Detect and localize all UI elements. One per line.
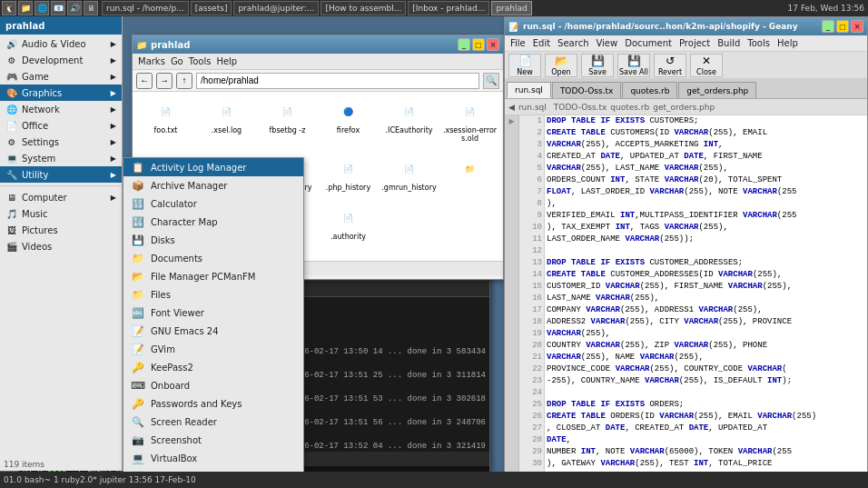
geany-menu-edit[interactable]: Edit xyxy=(533,38,550,48)
fold-marker: ▶ xyxy=(508,115,514,127)
menu-item-office[interactable]: 📄 Office ▶ xyxy=(0,117,122,134)
menu-item-game[interactable]: 🎮 Game ▶ xyxy=(0,68,122,85)
menu-item-settings[interactable]: ⚙ Settings ▶ xyxy=(0,134,122,150)
menu-item-development[interactable]: ⚙ Development ▶ xyxy=(0,52,122,68)
ctx-activity-log[interactable]: 📋 Activity Log Manager xyxy=(123,158,303,176)
geany-tab-nav-1[interactable]: TODO-Oss.tx xyxy=(554,103,607,112)
task-prahlad-terminal[interactable]: prahlad@jupiter:... xyxy=(233,1,319,15)
geany-menu-view[interactable]: View xyxy=(596,38,617,48)
menu-item-utility[interactable]: 🔧 Utility ▶ xyxy=(0,166,122,183)
geany-tab-nav-2[interactable]: quotes.rb xyxy=(610,103,649,112)
ctx-files[interactable]: 📁 Files xyxy=(123,285,303,304)
videos-icon: 🎬 xyxy=(5,240,18,253)
geany-menu-project[interactable]: Project xyxy=(679,38,710,48)
ctx-virtualbox[interactable]: 💻 VirtualBox xyxy=(123,449,303,467)
tb-icon-2[interactable]: 🌐 xyxy=(35,1,49,15)
fm-menu-go[interactable]: Go xyxy=(171,56,183,66)
fm-file-item[interactable]: 📄.php_history xyxy=(319,153,378,200)
fm-search-btn[interactable]: 🔍 xyxy=(483,73,499,89)
ctx-gvim[interactable]: 📝 GVim xyxy=(123,340,303,358)
geany-menu-document[interactable]: Document xyxy=(625,38,672,48)
fm-file-item[interactable]: 📄.authority xyxy=(319,202,378,257)
geany-tab-3[interactable]: get_orders.php xyxy=(678,82,756,98)
fm-menu-marks[interactable]: Marks xyxy=(138,56,165,66)
start-menu-btn[interactable]: 🐧 xyxy=(2,1,16,15)
ctx-onboard[interactable]: ⌨ Onboard xyxy=(123,376,303,394)
geany-tab-0[interactable]: run.sql xyxy=(507,82,551,98)
task-inbox[interactable]: [Inbox - prahlad... xyxy=(408,1,489,15)
file-icon: 📄 xyxy=(336,205,361,231)
menu-item-pictures[interactable]: 🖼 Pictures xyxy=(0,222,122,238)
menu-item-videos[interactable]: 🎬 Videos xyxy=(0,238,122,254)
geany-saveall-btn[interactable]: 💾Save All xyxy=(617,54,650,77)
geany-line-numbers: 1234567891011121314151617181920212223242… xyxy=(519,115,545,483)
fm-file-item[interactable]: 📄.gmrun_history xyxy=(380,153,439,200)
geany-revert-btn[interactable]: ↺Revert xyxy=(654,54,686,77)
fm-file-item[interactable]: 📁 xyxy=(440,153,499,200)
geany-tab-nav-3[interactable]: get_orders.php xyxy=(653,103,715,112)
geany-code-editor[interactable]: DROP TABLE IF EXISTS CUSTOMERS;CREATE TA… xyxy=(545,115,867,483)
archive-icon: 📦 xyxy=(131,178,145,193)
geany-save-btn[interactable]: 💾Save xyxy=(581,54,614,77)
tb-icon-4[interactable]: 🔊 xyxy=(67,1,82,15)
geany-nav-prev[interactable]: ◀ xyxy=(508,103,515,112)
geany-tab-1[interactable]: TODO-Oss.tx xyxy=(552,82,622,98)
fm-forward-btn[interactable]: → xyxy=(156,73,173,89)
ctx-documents[interactable]: 📁 Documents xyxy=(123,249,303,267)
fm-file-item[interactable]: 📄.xsel.log xyxy=(197,95,256,151)
tb-icon-5[interactable]: 🖥 xyxy=(84,1,98,15)
fm-menu-help[interactable]: Help xyxy=(216,56,237,66)
fm-address-input[interactable] xyxy=(196,73,479,89)
fm-maximize-btn[interactable]: □ xyxy=(472,38,485,51)
menu-item-system[interactable]: 💻 System ▶ xyxy=(0,150,122,166)
geany-close-btn[interactable]: × xyxy=(851,20,863,33)
fm-file-item[interactable]: 🔵firefox xyxy=(319,95,378,151)
fm-minimize-btn[interactable]: _ xyxy=(458,38,470,51)
geany-open-btn[interactable]: 📂Open xyxy=(545,54,577,77)
ctx-character-map[interactable]: 🔣 Character Map xyxy=(123,213,303,231)
geany-close-btn2[interactable]: ✕Close xyxy=(690,54,723,77)
graphics-icon: 🎨 xyxy=(5,86,18,99)
tb-icon-1[interactable]: 📁 xyxy=(18,1,33,15)
task-assets[interactable]: [assets] xyxy=(191,1,232,15)
geany-menu-file[interactable]: File xyxy=(510,38,526,48)
fm-file-item[interactable]: 📄foo.txt xyxy=(136,95,195,151)
ctx-screenshot[interactable]: 📷 Screenshot xyxy=(123,431,303,449)
geany-menu-build[interactable]: Build xyxy=(717,38,740,48)
fm-file-item[interactable]: 📄.xsession-errors.old xyxy=(440,95,499,151)
fm-back-btn[interactable]: ← xyxy=(136,73,153,89)
ctx-fontviewer[interactable]: 🔤 Font Viewer xyxy=(123,304,303,322)
ctx-screenreader[interactable]: 🔍 Screen Reader xyxy=(123,413,303,431)
geany-minimize-btn[interactable]: _ xyxy=(822,20,834,33)
ctx-disks[interactable]: 💾 Disks xyxy=(123,231,303,249)
geany-menu-search[interactable]: Search xyxy=(557,38,588,48)
fm-file-item[interactable]: 📄fbsetbg -z xyxy=(258,95,317,151)
menu-item-music[interactable]: 🎵 Music xyxy=(0,205,122,222)
task-howto[interactable]: [How to assembl... xyxy=(321,1,406,15)
geany-menu-tools[interactable]: Tools xyxy=(747,38,770,48)
geany-maximize-btn[interactable]: □ xyxy=(836,20,849,33)
fm-menu-tools[interactable]: Tools xyxy=(189,56,212,66)
task-runsql[interactable]: run.sql - /home/p... xyxy=(102,1,189,15)
menu-item-audio[interactable]: 🔊 Audio & Video ▶ xyxy=(0,35,122,52)
ctx-passwords[interactable]: 🔑 Passwords and Keys xyxy=(123,394,303,413)
fm-close-btn[interactable]: × xyxy=(487,38,499,51)
ctx-keepass[interactable]: 🔑 KeePass2 xyxy=(123,358,303,376)
menu-item-network[interactable]: 🌐 Network ▶ xyxy=(0,101,122,117)
menu-item-graphics[interactable]: 🎨 Graphics ▶ xyxy=(0,85,122,101)
tb-icon-3[interactable]: 📧 xyxy=(51,1,65,15)
file-icon: 📄 xyxy=(336,156,361,182)
ctx-archive-manager[interactable]: 📦 Archive Manager xyxy=(123,176,303,194)
task-prahlad[interactable]: prahlad xyxy=(491,1,531,15)
desktop: prahlad 🔊 Audio & Video ▶ ⚙ Development … xyxy=(0,16,868,472)
ctx-filemanager[interactable]: 📂 File Manager PCManFM xyxy=(123,267,303,285)
fm-addressbar: ← → ↑ 🔍 xyxy=(133,70,503,92)
ctx-calculator[interactable]: 🔢 Calculator xyxy=(123,194,303,213)
fm-file-item[interactable]: 📄.ICEauthority xyxy=(380,95,439,151)
geany-tab-2[interactable]: quotes.rb xyxy=(622,82,677,98)
geany-menu-help[interactable]: Help xyxy=(777,38,798,48)
fm-up-btn[interactable]: ↑ xyxy=(176,73,192,89)
geany-new-btn[interactable]: 📄New xyxy=(508,54,541,77)
ctx-gnuemacs[interactable]: 📝 GNU Emacs 24 xyxy=(123,322,303,340)
menu-item-computer[interactable]: 🖥 Computer ▶ xyxy=(0,189,122,205)
